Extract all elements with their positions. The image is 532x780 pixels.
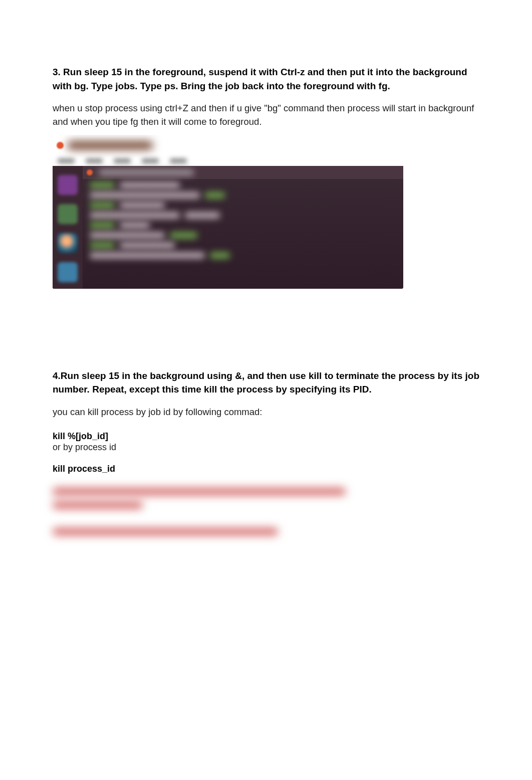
vm-titlebar xyxy=(53,135,403,156)
vm-title-blur xyxy=(68,141,153,149)
document-page: 3. Run sleep 15 in the foreground, suspe… xyxy=(0,0,532,565)
q3-body: when u stop process using ctrl+Z and the… xyxy=(53,102,479,129)
unity-launcher xyxy=(53,166,83,289)
close-icon xyxy=(87,169,93,175)
files-icon xyxy=(58,175,78,195)
settings-icon xyxy=(58,262,78,282)
menubar-item xyxy=(142,158,159,163)
menubar-item xyxy=(114,158,131,163)
hidden-line xyxy=(53,488,346,495)
q4-heading: 4.Run sleep 15 in the background using &… xyxy=(53,369,479,397)
hidden-answer-block xyxy=(53,488,346,535)
ubuntu-logo-icon xyxy=(57,142,64,149)
q3-heading: 3. Run sleep 15 in the foreground, suspe… xyxy=(53,65,479,93)
terminal-window xyxy=(83,166,403,289)
q4-heading-time: time xyxy=(182,384,204,395)
firefox-icon xyxy=(58,233,78,253)
hidden-line xyxy=(53,501,143,509)
terminal-icon xyxy=(58,204,78,224)
q4-heading-post: kill the process by specifying its PID. xyxy=(204,384,372,395)
menubar-item xyxy=(170,158,187,163)
q4-body-intro: you can kill process by job id by follow… xyxy=(53,406,479,419)
hidden-line xyxy=(53,528,278,535)
menubar-item xyxy=(58,158,75,163)
terminal-titlebar xyxy=(83,166,403,179)
terminal-screenshot xyxy=(53,135,403,289)
kill-by-pid-command: kill process_id xyxy=(53,463,479,475)
or-by-pid-note: or by process id xyxy=(53,442,479,453)
terminal-output xyxy=(90,182,396,259)
vm-menubar xyxy=(53,156,403,166)
menubar-item xyxy=(86,158,103,163)
spacer xyxy=(53,289,479,369)
kill-by-job-command: kill %[job_id] xyxy=(53,430,479,442)
terminal-title-blur xyxy=(99,169,194,175)
ubuntu-desktop xyxy=(53,166,403,289)
